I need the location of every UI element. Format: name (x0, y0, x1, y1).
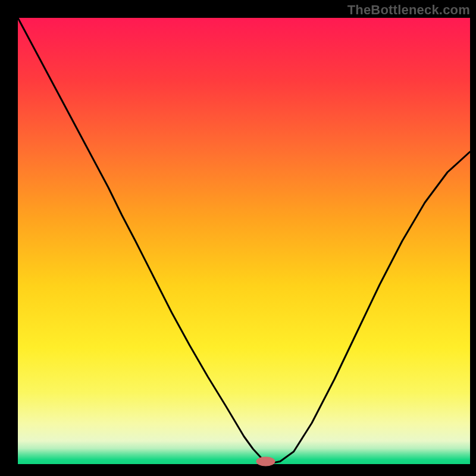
attribution-label: TheBottleneck.com (347, 2, 470, 18)
chart-frame: TheBottleneck.com (0, 0, 476, 476)
optimal-point-marker (256, 457, 275, 466)
bottleneck-chart (0, 0, 476, 476)
